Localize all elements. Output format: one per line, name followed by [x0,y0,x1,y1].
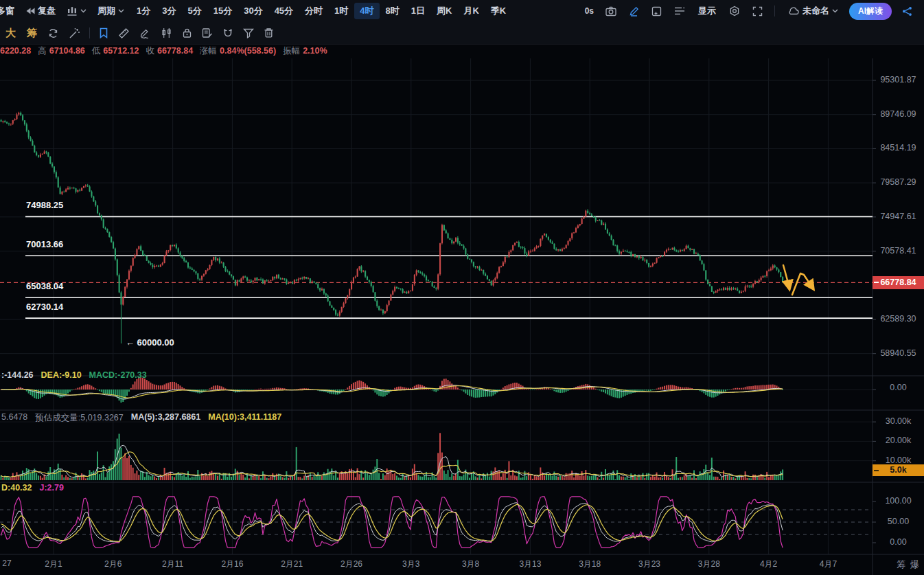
fullscreen-icon [752,6,763,16]
ohlc-readout: 6220.28 高67104.86 低65712.12 收66778.84 涨幅… [0,44,327,58]
add-pane-icon [651,6,662,16]
countdown-timer: 0s [581,6,598,16]
y-axis-label: 79587.29 [873,177,924,187]
period-tab-3分[interactable]: 3分 [157,3,181,19]
x-axis-date-label: 4月2 [760,559,777,570]
kdj-d-readout: D:40.32 [1,483,32,493]
low-price-annotation: ← 60000.00 [126,337,174,348]
kdj-j-readout: J:2.79 [39,483,63,493]
current-price-value: 66778.84 [880,278,916,287]
indicator-list-icon[interactable] [669,7,690,15]
chevron-down-icon [832,9,838,13]
price-level-label: 70013.66 [26,239,63,249]
share-button[interactable] [897,6,917,16]
period-tab-1分[interactable]: 1分 [131,3,156,19]
pencil-icon [629,6,639,16]
volume-axis-label: 20.00k [873,436,924,445]
x-axis-date-label: 3月3 [402,559,419,570]
share-icon [902,6,912,16]
kdj-axis-label: 100.00 [873,496,924,506]
x-axis-date-label: 2月26 [340,559,362,570]
kdj-axis-label: 0.00 [873,537,924,547]
display-menu-button[interactable]: 显示 [693,5,721,17]
ai-analysis-button[interactable]: AI解读 [849,3,892,20]
price-level-label: 62730.14 [26,302,63,312]
period-tabs: 1分3分5分15分30分45分分时1时4时8时1日周K月K季K [131,3,511,19]
bookmark-tool-icon[interactable] [94,27,113,38]
price-level-label: 65038.04 [26,281,63,291]
period-tab-5分[interactable]: 5分 [182,3,207,19]
multi-window-button[interactable]: 多窗 [0,5,20,17]
fullscreen-button[interactable] [748,6,767,16]
y-axis-label: 84514.19 [873,143,924,153]
dif-readout: :-144.26 [1,370,34,380]
x-axis-date-label: 27 [2,559,11,568]
kdj-axis-label: 50.00 [873,517,924,526]
macd-readout: MACD:-270.33 [89,370,147,380]
add-pane-button[interactable] [647,6,667,16]
y-axis-label: 74947.61 [873,212,924,221]
x-axis-date-label: 4月7 [820,559,837,570]
trash-icon[interactable] [259,27,279,38]
magic-wand-icon[interactable] [64,27,85,39]
x-axis-date-label: 2月6 [104,559,122,570]
period-tab-1日[interactable]: 1日 [406,3,430,19]
filter-funnel-icon[interactable] [238,28,259,38]
chip-peak-button[interactable]: 筹 [897,559,905,571]
period-menu-button[interactable]: 周期 [92,5,130,17]
period-tab-月K[interactable]: 月K [458,3,484,19]
chart-type-button[interactable] [61,5,92,16]
period-tab-1时[interactable]: 1时 [329,3,354,19]
chevron-down-icon [118,9,124,13]
period-tab-分时[interactable]: 分时 [299,3,328,19]
volume-axis-label: 30.00k [873,416,924,426]
volume-header: 5.6478 预估成交量:5,019.3267 MA(5):3,287.6861… [1,412,281,424]
toolbar-right-cluster: 0s 显示 未命名 AI解读 [581,3,924,20]
period-tab-季K[interactable]: 季K [485,3,511,19]
y-axis-label: 95301.87 [873,75,924,84]
candle-pattern-icon[interactable] [156,27,177,38]
workspace-button[interactable]: 未命名 [782,5,844,17]
x-axis-date-label: 3月18 [579,559,601,570]
current-volume-value: 5.0k [890,465,906,475]
macd-header: :-144.26 DEA:-9.10 MACD:-270.33 [1,370,147,380]
burst-button[interactable]: 爆 [910,559,919,571]
trading-app-window: 多窗 复盘 周期 1分3分5分15分30分45分分时1时4时8时1日周K月K季K… [0,0,924,575]
change-label: 涨幅 [200,45,217,57]
period-tab-30分[interactable]: 30分 [238,3,268,19]
period-tab-8时[interactable]: 8时 [380,3,405,19]
note-edit-icon[interactable] [197,27,218,38]
toolbar-divider [774,5,775,16]
amplitude-value: 2.10% [303,46,327,56]
chip-distribution-button[interactable]: 筹 [21,27,43,40]
lock-icon[interactable] [177,27,197,38]
close-label: 收 [146,45,154,57]
period-menu-label: 周期 [97,5,115,17]
volume-estimate-readout: 预估成交量:5,019.3267 [35,412,124,424]
chart-canvas[interactable] [0,0,924,575]
change-value: 0.84%(558.56) [220,46,276,56]
period-tab-周K[interactable]: 周K [431,3,457,19]
chevron-down-icon [80,9,86,13]
candlestick-chart-icon [67,5,78,16]
settings-gear-button[interactable] [724,5,745,16]
dea-readout: DEA:-9.10 [41,370,82,380]
rewind-icon [25,7,35,15]
ruler-icon[interactable] [113,27,135,39]
top-toolbar: 多窗 复盘 周期 1分3分5分15分30分45分分时1时4时8时1日周K月K季K… [0,0,924,23]
draw-pencil-button[interactable] [624,6,644,16]
x-axis-date-label: 2月16 [221,559,243,570]
period-tab-4时[interactable]: 4时 [354,3,379,19]
replay-button[interactable]: 复盘 [20,5,61,17]
sync-rotate-icon[interactable] [43,27,64,39]
period-tab-45分[interactable]: 45分 [269,3,299,19]
magnet-icon[interactable] [218,27,238,38]
big-orders-button[interactable]: 大 [0,27,21,40]
y-axis-label: 62589.30 [873,314,924,324]
pencil-wave-icon[interactable] [135,27,156,38]
high-value: 67104.86 [49,46,85,56]
screenshot-button[interactable] [601,6,621,16]
x-axis-date-label: 2月11 [162,559,183,570]
kdj-header: D:40.32 J:2.79 [1,483,64,493]
period-tab-15分[interactable]: 15分 [208,3,238,19]
